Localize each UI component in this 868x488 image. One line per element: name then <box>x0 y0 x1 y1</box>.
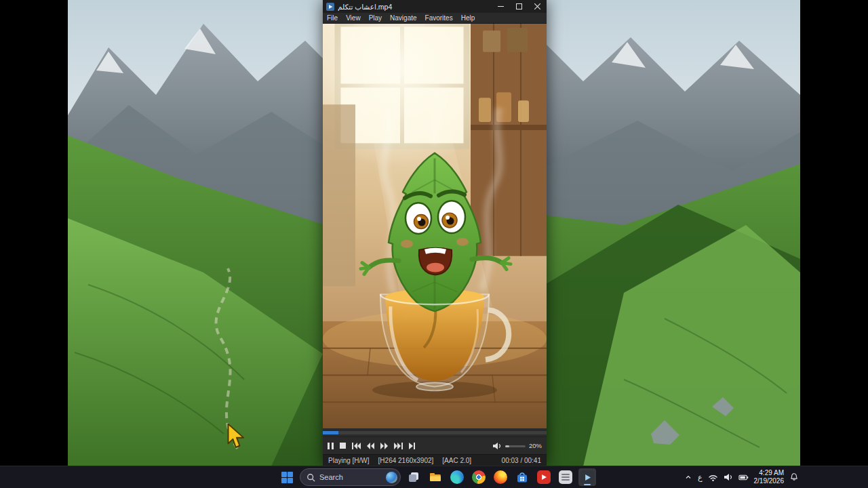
search-icon <box>307 473 315 482</box>
notification-icon[interactable] <box>789 472 799 482</box>
close-button[interactable] <box>528 0 547 13</box>
system-tray: ع 4:29 AM 2/19/2026 <box>684 466 799 488</box>
skip-forward-button[interactable] <box>394 443 403 449</box>
transport-controls: 20% <box>323 436 547 454</box>
pause-button[interactable] <box>328 443 334 449</box>
clock-date: 2/19/2026 <box>754 477 785 486</box>
file-explorer-icon[interactable] <box>427 468 444 486</box>
wifi-icon[interactable] <box>708 473 718 482</box>
fast-forward-button[interactable] <box>380 443 388 449</box>
taskbar: Search <box>0 466 868 488</box>
media-red-app-icon[interactable] <box>535 468 553 486</box>
titlebar[interactable]: اعشاب تتكلم.mp4 <box>323 0 547 13</box>
video-content <box>323 24 547 428</box>
media-player-window: اعشاب تتكلم.mp4 File View Play Navigate … <box>323 0 547 466</box>
task-view-icon[interactable] <box>405 468 422 486</box>
video-area[interactable] <box>323 24 547 428</box>
menu-navigate[interactable]: Navigate <box>386 14 420 22</box>
rewind-button[interactable] <box>367 443 374 449</box>
search-highlight-thumb <box>386 472 397 483</box>
volume-slider[interactable] <box>505 443 526 449</box>
volume-group: 20% <box>492 442 542 450</box>
volume-icon[interactable] <box>492 442 502 450</box>
battery-icon[interactable] <box>738 474 749 481</box>
menu-bar: File View Play Navigate Favorites Help <box>323 13 547 24</box>
menu-play[interactable]: Play <box>365 14 386 22</box>
edge-icon[interactable] <box>448 468 466 486</box>
tray-volume-icon[interactable] <box>724 473 733 481</box>
stop-button[interactable] <box>340 443 346 449</box>
desktop: اعشاب تتكلم.mp4 File View Play Navigate … <box>0 0 868 488</box>
seek-bar[interactable] <box>323 428 547 436</box>
menu-file[interactable]: File <box>323 14 342 22</box>
volume-label: 20% <box>529 442 542 449</box>
status-video-codec: [H264 2160x3902] <box>378 457 434 464</box>
firefox-icon[interactable] <box>492 468 509 486</box>
status-bar: Playing [H/W] [H264 2160x3902] [AAC 2.0]… <box>323 454 547 466</box>
menu-favorites[interactable]: Favorites <box>421 14 457 22</box>
store-icon[interactable] <box>513 468 531 486</box>
window-title: اعشاب تتكلم.mp4 <box>338 3 492 11</box>
status-time: 00:03 / 00:41 <box>502 457 541 464</box>
frame-step-button[interactable] <box>409 443 415 449</box>
taskbar-clock[interactable]: 4:29 AM 2/19/2026 <box>754 469 785 486</box>
status-state: Playing [H/W] <box>328 457 370 464</box>
kitchen-cabinets <box>471 24 547 256</box>
search-box[interactable]: Search <box>300 468 401 486</box>
skip-back-button[interactable] <box>352 443 361 449</box>
mpc-hc-icon[interactable] <box>578 468 596 486</box>
language-indicator[interactable]: ع <box>698 473 703 482</box>
gray-app-icon[interactable] <box>557 468 574 486</box>
maximize-button[interactable] <box>510 0 528 13</box>
mpc-app-icon <box>326 3 334 11</box>
start-button[interactable] <box>278 468 296 486</box>
chrome-icon[interactable] <box>470 468 488 486</box>
taskbar-apps: Search <box>278 466 596 488</box>
minimize-button[interactable] <box>492 0 510 13</box>
clock-time: 4:29 AM <box>754 469 785 478</box>
menu-view[interactable]: View <box>342 14 365 22</box>
status-audio-codec: [AAC 2.0] <box>442 457 471 464</box>
search-label: Search <box>319 473 343 481</box>
menu-help[interactable]: Help <box>457 14 479 22</box>
tray-chevron-up-icon[interactable] <box>684 473 692 481</box>
